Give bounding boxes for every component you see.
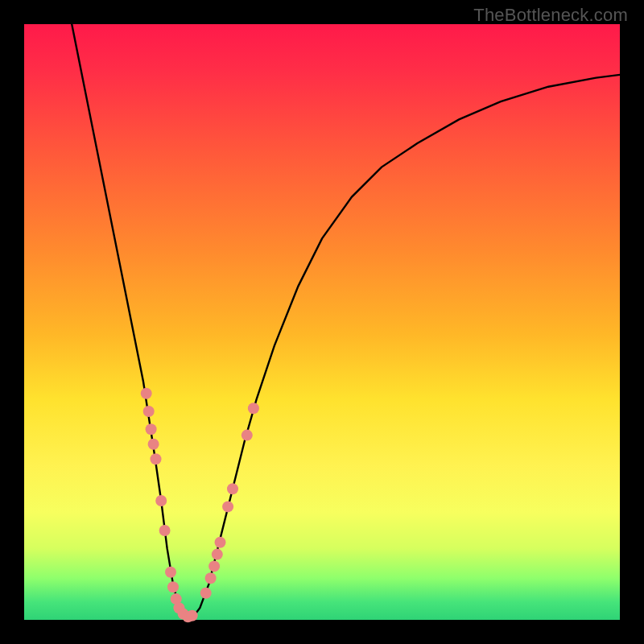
data-bead: [141, 388, 152, 399]
data-beads: [141, 388, 259, 623]
data-bead: [242, 430, 253, 441]
data-bead: [227, 483, 238, 494]
data-bead: [222, 501, 233, 512]
data-bead: [151, 453, 162, 464]
data-bead: [143, 406, 155, 417]
data-bead: [155, 495, 167, 506]
data-bead: [148, 439, 159, 450]
data-bead: [200, 588, 212, 599]
data-bead: [205, 572, 217, 584]
data-bead: [165, 567, 176, 578]
bottleneck-curve: [72, 24, 620, 620]
data-bead: [212, 549, 223, 560]
data-bead: [187, 610, 198, 621]
data-bead: [208, 560, 220, 572]
data-bead: [215, 537, 226, 548]
plot-area: [24, 24, 620, 620]
watermark-label: TheBottleneck.com: [473, 5, 628, 26]
data-bead: [248, 402, 259, 414]
chart-frame: TheBottleneck.com: [0, 0, 644, 644]
data-bead: [167, 581, 179, 592]
curve-layer: [24, 24, 620, 620]
data-bead: [146, 423, 157, 435]
data-bead: [159, 525, 171, 536]
